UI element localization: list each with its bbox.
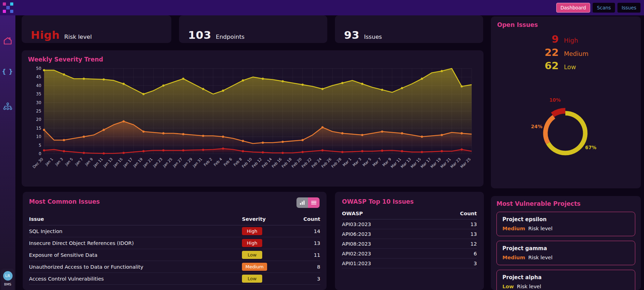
project-card[interactable]: Project epsilon MediumRisk level (496, 212, 635, 236)
svg-text:Feb 28: Feb 28 (330, 157, 342, 168)
table-row: API06:2023 13 (342, 229, 477, 239)
issue-name: Unauthorized Access to Data or Functiona… (29, 261, 242, 273)
svg-text:35: 35 (36, 92, 41, 96)
owasp-count: 6 (427, 249, 477, 259)
svg-text:15: 15 (36, 126, 41, 131)
projects-list: Project epsilon MediumRisk level Project… (496, 212, 635, 290)
count-value: 9 (538, 33, 559, 45)
table-row: API02:2023 6 (342, 249, 477, 259)
svg-text:Jan 15: Jan 15 (112, 157, 123, 168)
owasp-count: 3 (427, 259, 477, 268)
svg-text:Mar 11: Mar 11 (390, 157, 402, 169)
svg-text:50: 50 (36, 66, 41, 71)
table-row: Exposure of Sensitive Data Low 11 (29, 249, 320, 261)
sidebar: { } LR BMS (0, 15, 15, 290)
code-braces-icon[interactable]: { } (0, 66, 15, 78)
svg-text:Jan 1: Jan 1 (44, 157, 54, 167)
count-value: 22 (538, 46, 559, 58)
svg-text:Feb 12: Feb 12 (251, 157, 263, 168)
table-row: Unauthorized Access to Data or Functiona… (29, 261, 320, 273)
chart-title: Weekly Severity Trend (28, 56, 477, 63)
svg-text:Feb 16: Feb 16 (271, 157, 283, 169)
svg-text:40: 40 (36, 83, 41, 88)
project-name: Project epsilon (502, 216, 629, 223)
svg-text:Jan 13: Jan 13 (102, 157, 113, 168)
most-common-issues-card: Most Common Issues Issue Severity Count (23, 192, 327, 290)
issue-count: 8 (294, 261, 320, 273)
table-row: Insecure Direct Object References (IDOR)… (29, 237, 320, 249)
svg-text:Feb 10: Feb 10 (241, 157, 252, 168)
project-card[interactable]: Project alpha LowRisk level (496, 270, 635, 290)
svg-text:0: 0 (39, 151, 41, 156)
home-icon[interactable] (0, 35, 15, 47)
owasp-count: 13 (427, 219, 477, 229)
svg-text:Mar 15: Mar 15 (410, 157, 422, 169)
project-card[interactable]: Project gamma MediumRisk level (496, 241, 635, 265)
owasp-title: OWASP Top 10 Issues (342, 198, 477, 205)
nav-tab[interactable]: Issues (617, 3, 641, 13)
view-toggle (296, 197, 320, 208)
chart-view-button[interactable] (296, 197, 308, 208)
list-view-button[interactable] (308, 197, 320, 208)
svg-text:Jan 29: Jan 29 (182, 157, 193, 168)
user-card[interactable]: LR BMS (1, 269, 14, 290)
project-risk: MediumRisk level (502, 255, 629, 260)
col-count: Count (294, 214, 320, 225)
open-issues-card: Open Issues 9 High 22 Medium 62 Low 67%2… (491, 16, 641, 188)
col-severity: Severity (242, 214, 294, 225)
project-risk: MediumRisk level (502, 226, 629, 231)
severity-badge: Medium (242, 263, 267, 271)
table-header-row: Issue Severity Count (29, 214, 320, 225)
svg-text:Jan 21: Jan 21 (142, 157, 153, 168)
svg-text:Jan 19: Jan 19 (132, 157, 143, 168)
weekly-severity-trend-card: Weekly Severity Trend 051015202530354045… (22, 50, 484, 187)
open-issues-count-row: 9 High (497, 33, 635, 46)
nav-tab[interactable]: Scans (593, 3, 615, 13)
stat-value: High (31, 29, 60, 41)
count-label: High (564, 37, 593, 44)
svg-text:45: 45 (36, 74, 41, 79)
issue-name: Access Control Vulnerabilities (29, 273, 242, 285)
svg-text:Jan 17: Jan 17 (122, 157, 133, 168)
risk-level-value: Medium (502, 255, 525, 260)
risk-level-value: Medium (502, 226, 525, 231)
sitemap-icon[interactable] (0, 101, 15, 113)
svg-text:Mar 19: Mar 19 (430, 157, 442, 169)
svg-text:Jan 11: Jan 11 (92, 157, 103, 168)
severity-badge: Low (242, 251, 262, 259)
stat-label: Issues (364, 34, 382, 40)
dashboard-page: Dashboard Scans Issues { } (0, 0, 644, 290)
table-header-row: OWASP Count (342, 209, 477, 219)
issue-count: 14 (294, 225, 320, 237)
table-row: API08:2023 12 (342, 239, 477, 249)
owasp-table: OWASP Count API03:2023 13 API06:2023 13 (342, 209, 477, 268)
projects-title: Most Vulnerable Projects (496, 200, 635, 207)
project-risk: LowRisk level (502, 284, 629, 289)
open-issues-count-row: 22 Medium (497, 46, 635, 60)
table-row: API03:2023 13 (342, 219, 477, 229)
table-row: API01:2023 3 (342, 259, 477, 268)
stat-label: Endpoints (216, 34, 244, 40)
issue-count: 13 (294, 237, 320, 249)
nav-tabs: Dashboard Scans Issues (556, 3, 644, 13)
app-logo-icon[interactable] (3, 2, 13, 13)
issue-name: SQL Injection (29, 225, 242, 237)
owasp-id: API01:2023 (342, 259, 427, 268)
severity-badge: Low (242, 275, 262, 283)
stat-value: 93 (344, 29, 359, 41)
open-issues-count-row: 62 Low (497, 60, 635, 73)
avatar[interactable]: LR (3, 271, 13, 281)
svg-text:Feb 26: Feb 26 (321, 157, 332, 169)
svg-text:20: 20 (36, 117, 41, 122)
stat-value: 103 (188, 29, 211, 41)
owasp-id: API08:2023 (342, 239, 427, 249)
count-value: 62 (538, 60, 559, 72)
svg-text:Feb 24: Feb 24 (310, 157, 322, 169)
owasp-id: API06:2023 (342, 229, 427, 239)
owasp-top10-card: OWASP Top 10 Issues OWASP Count API03:20… (335, 192, 484, 290)
open-issues-title: Open Issues (497, 21, 635, 28)
count-label: Medium (564, 50, 593, 57)
nav-tab[interactable]: Dashboard (556, 3, 590, 13)
stat-label: Risk level (64, 34, 92, 40)
stat-card: 103 Endpoints (179, 15, 327, 43)
